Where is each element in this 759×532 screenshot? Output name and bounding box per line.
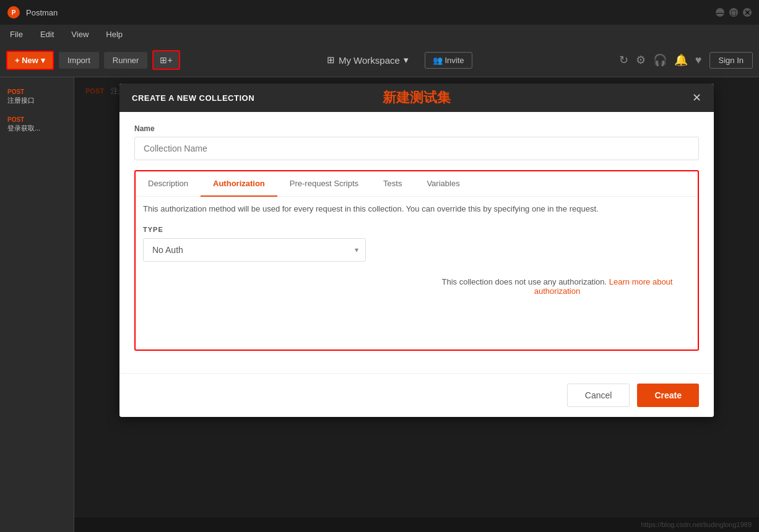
invite-icon: 👥	[433, 56, 443, 65]
toolbar-right: ↻ ⚙ 🎧 🔔 ♥ Sign In	[619, 52, 753, 69]
workspace-icon: ⊞	[327, 54, 335, 66]
new-tab-icon: ⊞+	[160, 55, 172, 65]
tab-variables[interactable]: Variables	[414, 171, 472, 197]
sidebar-item-label-2: 登录获取...	[7, 124, 66, 133]
close-button[interactable]: ✕	[743, 8, 752, 17]
app-icon: P	[7, 6, 20, 19]
new-dropdown-arrow[interactable]: ▾	[41, 56, 45, 65]
cancel-button[interactable]: Cancel	[567, 384, 630, 407]
headphones-icon[interactable]: 🎧	[653, 53, 667, 67]
type-select-wrapper: No Auth API Key Bearer Token Basic Auth …	[143, 238, 366, 262]
collection-name-input[interactable]	[134, 137, 699, 160]
tab-description[interactable]: Description	[136, 171, 201, 197]
main-layout: POST 注册接口 POST 登录获取... POST 注册接口... CREA…	[0, 77, 759, 532]
name-field-label: Name	[134, 124, 699, 133]
minimize-button[interactable]: —	[716, 8, 724, 17]
workspace-selector[interactable]: ⊞ My Workspace ▾	[327, 54, 409, 66]
method-badge-2: POST	[7, 116, 24, 123]
method-badge-1: POST	[7, 88, 24, 95]
menu-bar: File Edit View Help	[0, 25, 759, 43]
tab-pre-request[interactable]: Pre-request Scripts	[277, 171, 371, 197]
sidebar: POST 注册接口 POST 登录获取...	[0, 77, 74, 532]
maximize-button[interactable]: □	[729, 8, 738, 17]
modal-overlay: CREATE A NEW COLLECTION 新建测试集 ✕ Name Des…	[74, 77, 759, 532]
toolbar-center: ⊞ My Workspace ▾ 👥 Invite	[185, 52, 614, 69]
tabs-container: Description Authorization Pre-request Sc…	[134, 170, 699, 351]
auth-right-panel: This collection does not use any authori…	[417, 226, 698, 350]
create-button[interactable]: Create	[637, 384, 699, 407]
workspace-label: My Workspace	[339, 55, 400, 66]
auth-content: TYPE No Auth API Key Bearer Token Basic …	[136, 226, 698, 350]
sidebar-item-label-1: 注册接口	[7, 96, 66, 105]
auth-info-text: This authorization method will be used f…	[136, 197, 698, 213]
modal-close-button[interactable]: ✕	[692, 92, 701, 103]
auth-left-panel: TYPE No Auth API Key Bearer Token Basic …	[136, 226, 417, 350]
new-button[interactable]: + New ▾	[6, 51, 54, 70]
sync-icon[interactable]: ↻	[619, 53, 628, 67]
modal-footer: Cancel Create	[119, 373, 714, 417]
window-controls: — □ ✕	[716, 8, 752, 17]
invite-button[interactable]: 👥 Invite	[425, 52, 472, 69]
tab-tests[interactable]: Tests	[371, 171, 414, 197]
sidebar-item-2[interactable]: POST 登录获取...	[0, 110, 74, 138]
title-bar: P Postman — □ ✕	[0, 0, 759, 25]
workspace-chevron-icon: ▾	[404, 54, 409, 66]
invite-label: Invite	[445, 56, 464, 65]
sign-in-button[interactable]: Sign In	[709, 52, 753, 69]
type-label: TYPE	[143, 226, 409, 233]
import-button[interactable]: Import	[59, 52, 99, 69]
modal-subtitle: 新建测试集	[383, 88, 451, 107]
create-collection-modal: CREATE A NEW COLLECTION 新建测试集 ✕ Name Des…	[119, 84, 714, 417]
new-button-label: + New	[15, 56, 38, 65]
no-auth-text: This collection does not use any authori…	[424, 277, 690, 296]
heart-icon[interactable]: ♥	[695, 54, 702, 67]
content-area: POST 注册接口... CREATE A NEW COLLECTION 新建测…	[74, 77, 759, 532]
settings-icon[interactable]: ⚙	[636, 53, 646, 67]
tabs-row: Description Authorization Pre-request Sc…	[136, 171, 698, 197]
menu-view[interactable]: View	[67, 27, 92, 41]
toolbar: + New ▾ Import Runner ⊞+ ⊞ My Workspace …	[0, 43, 759, 77]
auth-type-select[interactable]: No Auth API Key Bearer Token Basic Auth …	[143, 238, 366, 262]
sidebar-item-1[interactable]: POST 注册接口	[0, 82, 74, 110]
menu-help[interactable]: Help	[102, 27, 126, 41]
new-tab-button[interactable]: ⊞+	[152, 50, 180, 70]
menu-edit[interactable]: Edit	[37, 27, 58, 41]
app-title: Postman	[26, 8, 709, 17]
modal-header: CREATE A NEW COLLECTION 新建测试集 ✕	[119, 84, 714, 112]
bell-icon[interactable]: 🔔	[674, 53, 688, 67]
tab-authorization[interactable]: Authorization	[201, 171, 277, 197]
modal-body: Name Description Authorization	[119, 112, 714, 373]
menu-file[interactable]: File	[6, 27, 27, 41]
runner-button[interactable]: Runner	[104, 52, 148, 69]
modal-title: CREATE A NEW COLLECTION	[132, 93, 254, 103]
